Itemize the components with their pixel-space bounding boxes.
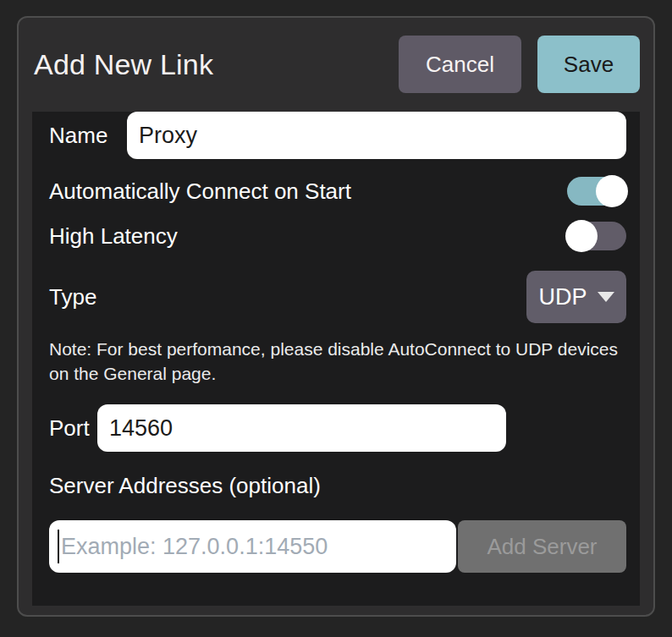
form-panel: Name Automatically Connect on Start High… (32, 112, 640, 606)
name-row: Name (49, 112, 626, 159)
chevron-down-icon (598, 292, 614, 302)
toggle-knob (596, 175, 628, 207)
type-row: Type UDP (49, 271, 626, 323)
name-input[interactable] (127, 112, 626, 159)
server-addresses-label: Server Addresses (optional) (49, 472, 626, 499)
port-label: Port (49, 415, 97, 442)
name-label: Name (49, 123, 127, 149)
server-address-input[interactable] (49, 520, 456, 573)
cancel-button[interactable]: Cancel (399, 36, 521, 93)
auto-connect-label: Automatically Connect on Start (49, 178, 351, 205)
type-dropdown-value: UDP (538, 284, 587, 310)
dialog-header: Add New Link Cancel Save (19, 18, 653, 93)
toggle-knob (565, 220, 598, 252)
port-input[interactable] (97, 404, 506, 452)
add-server-button[interactable]: Add Server (458, 520, 626, 573)
add-link-dialog: Add New Link Cancel Save Name Automatica… (17, 16, 655, 617)
type-dropdown[interactable]: UDP (526, 271, 626, 323)
text-cursor (58, 530, 59, 563)
type-label: Type (49, 284, 96, 310)
server-address-input-wrap (49, 520, 456, 573)
high-latency-row: High Latency (49, 221, 626, 251)
dialog-title: Add New Link (34, 48, 399, 81)
high-latency-label: High Latency (49, 223, 178, 250)
auto-connect-toggle[interactable] (567, 177, 626, 206)
auto-connect-row: Automatically Connect on Start (49, 176, 626, 206)
udp-note-text: Note: For best perfomance, please disabl… (49, 337, 621, 386)
save-button[interactable]: Save (537, 36, 640, 93)
server-address-row: Add Server (49, 520, 626, 573)
high-latency-toggle[interactable] (567, 222, 626, 250)
port-row: Port (49, 404, 626, 452)
